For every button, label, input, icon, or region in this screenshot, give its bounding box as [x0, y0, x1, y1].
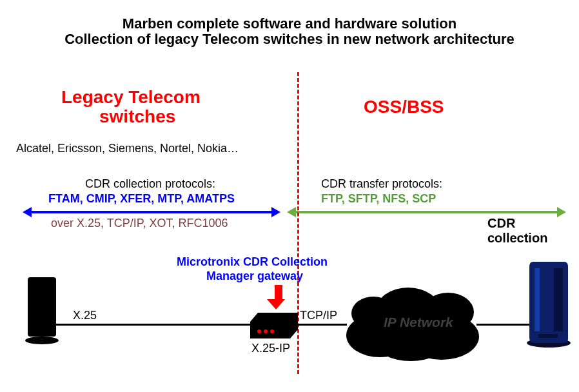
collection-protocols-list: FTAM, CMIP, XFER, MTP, AMATPS	[48, 192, 235, 206]
ip-network-label: IP Network	[384, 315, 453, 330]
link-label-x25: X.25	[73, 309, 97, 322]
transfer-protocols-header: CDR transfer protocols:	[321, 177, 442, 191]
svg-point-1	[25, 337, 59, 344]
title-line-1: Marben complete software and hardware so…	[0, 15, 579, 32]
svg-point-5	[270, 329, 274, 333]
svg-point-3	[257, 329, 261, 333]
link-line-x25	[55, 324, 250, 326]
diagram-canvas: Marben complete software and hardware so…	[0, 0, 579, 392]
gateway-label-2: Manager gateway	[206, 270, 303, 283]
gateway-caption: X.25-IP	[251, 342, 290, 355]
link-label-tcpip: TCP/IP	[300, 309, 337, 322]
svg-marker-2	[250, 313, 298, 338]
svg-rect-15	[538, 334, 558, 338]
svg-rect-14	[554, 268, 563, 331]
down-arrow-red-icon	[272, 285, 285, 309]
title-line-2: Collection of legacy Telecom switches in…	[0, 31, 579, 48]
vendors-list: Alcatel, Ericsson, Siemens, Nortel, Noki…	[16, 142, 239, 155]
svg-rect-0	[28, 277, 56, 337]
switch-icon	[23, 273, 61, 347]
transfer-protocols-list: FTP, SFTP, NFS, SCP	[321, 192, 436, 206]
collection-protocols-header: CDR collection protocols:	[85, 177, 215, 191]
double-arrow-blue-icon	[29, 211, 274, 213]
svg-point-4	[264, 329, 268, 333]
double-arrow-green-icon	[293, 211, 560, 213]
legacy-header-1: Legacy Telecom	[61, 87, 201, 108]
server-icon	[525, 258, 572, 351]
svg-rect-13	[535, 268, 540, 331]
over-transport-list: over X.25, TCP/IP, XOT, RFC1006	[51, 217, 228, 230]
router-icon	[249, 310, 299, 344]
ossbss-header: OSS/BSS	[364, 97, 444, 117]
cdr-collection-label-2: collection	[487, 231, 547, 246]
legacy-header-2: switches	[99, 106, 175, 127]
gateway-label-1: Microtronix CDR Collection	[177, 255, 328, 269]
cdr-collection-label-1: CDR	[487, 216, 515, 231]
